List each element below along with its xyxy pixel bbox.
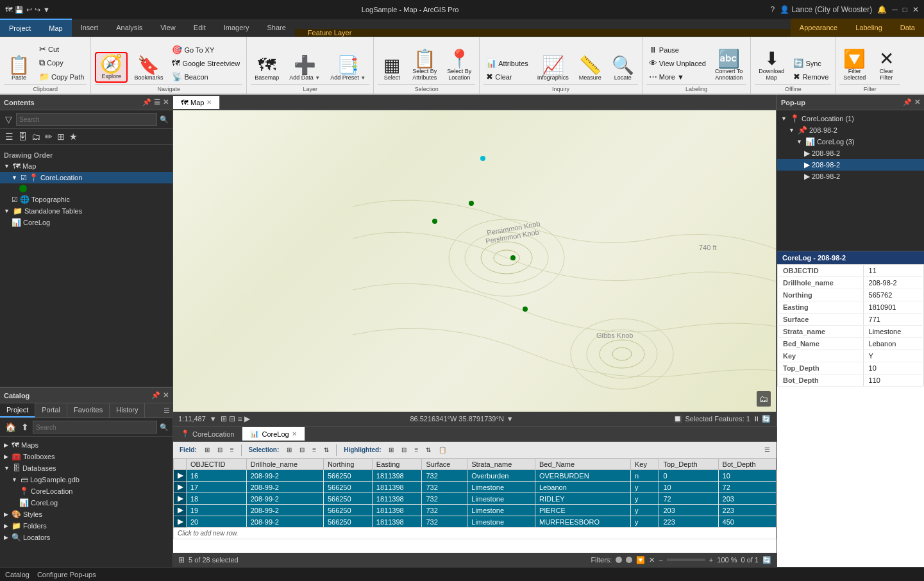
filter-contents-icon[interactable]: ▽ (4, 114, 13, 125)
filter-button[interactable]: 🔽 FilterSelected (839, 48, 869, 83)
bookmarks-button[interactable]: 🔖 Bookmarks (130, 55, 167, 83)
list-view-icon[interactable]: ☰ (4, 131, 15, 142)
bell-icon[interactable]: 🔔 (877, 5, 887, 14)
table-menu-icon[interactable]: ☰ (762, 445, 773, 455)
map-point-1[interactable] (469, 201, 474, 206)
row-selector[interactable]: ▶ (174, 516, 187, 528)
map-content[interactable]: Persimmon Knob Persimmon Knob Gibbs Knob… (173, 110, 776, 412)
measure-button[interactable]: 📏 Measure (575, 55, 605, 83)
popup-child1[interactable]: ▼ 📌 208-98-2 (777, 124, 924, 136)
configure-popups-tab[interactable]: Configure Pop-ups (37, 571, 96, 578)
add-row-cell[interactable]: Click to add new row. (174, 528, 777, 539)
quick-access-undo[interactable]: ↩ (26, 6, 32, 14)
table-grid-icon3[interactable]: ≡ (228, 445, 237, 455)
topographic-checkbox[interactable]: ☑ (12, 196, 18, 204)
table-sel-icon1[interactable]: ⊞ (284, 445, 294, 455)
th-drillhole[interactable]: Drillhole_name (246, 459, 323, 470)
catalog-styles[interactable]: ▶ 🎨 Styles (0, 509, 172, 520)
th-bed[interactable]: Bed_Name (535, 459, 630, 470)
catalog-up-icon[interactable]: ⬆ (20, 421, 30, 433)
table-hl-icon3[interactable]: ≡ (412, 445, 421, 455)
popup-root[interactable]: ▼ 📍 CoreLocation (1) (777, 113, 924, 124)
table-row[interactable]: ▶ 19 208-99-2 566250 1811398 732 Limesto… (174, 505, 777, 516)
filter-remove-icon[interactable]: ✕ (649, 556, 655, 564)
basemap-button[interactable]: 🗺 Basemap (251, 55, 283, 83)
paste-button[interactable]: 📋 Paste (4, 55, 34, 83)
table-row[interactable]: ▶ 18 208-99-2 566250 1811398 732 Limesto… (174, 493, 777, 505)
table-container[interactable]: OBJECTID Drillhole_name Northing Easting… (173, 459, 777, 553)
map-tab-map[interactable]: 🗺 Map ✕ (173, 96, 220, 109)
contents-menu-icon[interactable]: ☰ (154, 98, 160, 106)
tree-map[interactable]: ▼ 🗺 Map (0, 160, 172, 172)
catalog-pin-icon[interactable]: 📌 (151, 391, 160, 400)
coords-dropdown-icon[interactable]: ▼ (507, 415, 514, 423)
attributes-button[interactable]: 📊 Attributes (483, 57, 530, 69)
download-map-button[interactable]: ⬇ DownloadMap (755, 48, 788, 83)
cut-button[interactable]: ✂ Cut (37, 43, 87, 55)
close-button[interactable]: ✕ (912, 5, 919, 14)
table-row[interactable]: ▶ 16 208-99-2 566250 1811398 732 Overbur… (174, 470, 777, 482)
grid-icon[interactable]: ⊞ (56, 131, 66, 142)
corelocation-checkbox[interactable]: ☑ (21, 174, 27, 182)
popup-child1-1[interactable]: ▼ 📊 CoreLog (3) (777, 136, 924, 147)
th-strata[interactable]: Strata_name (467, 459, 535, 470)
catalog-search-icon[interactable]: 🔍 (160, 423, 169, 432)
popup-child1-1-3[interactable]: ▶ 208-98-2 (777, 171, 924, 182)
table-hl-icon2[interactable]: ⊟ (399, 445, 409, 455)
tab-appearance[interactable]: Appearance (791, 19, 846, 37)
quick-access-more[interactable]: ▼ (43, 6, 50, 13)
select-by-attributes-button[interactable]: 📋 Select ByAttributes (408, 48, 441, 83)
help-icon[interactable]: ? (770, 5, 775, 14)
table-hl-icon4[interactable]: ⇅ (423, 445, 433, 455)
popup-pin-icon[interactable]: 📌 (903, 98, 912, 106)
map-point-2[interactable] (480, 156, 485, 161)
tree-standalone-tables[interactable]: ▼ 📁 Standalone Tables (0, 205, 172, 217)
locate-button[interactable]: 🔍 Locate (608, 55, 638, 83)
catalog-logsample-gdb[interactable]: ▼ 🗃 LogSample.gdb (0, 474, 172, 485)
map-tab-close[interactable]: ✕ (206, 99, 212, 106)
tab-data[interactable]: Data (891, 19, 924, 37)
table-row[interactable]: ▶ 20 208-99-2 566250 1811398 732 Limesto… (174, 516, 777, 528)
table-tab-corelocation[interactable]: 📍 CoreLocation (173, 427, 242, 441)
google-streetview-button[interactable]: 🗺 Google Streetview (169, 57, 242, 69)
add-preset-button[interactable]: 📑 Add Preset ▼ (326, 55, 369, 83)
zoom-plus[interactable]: + (709, 556, 713, 564)
zoom-minus[interactable]: − (659, 556, 662, 564)
tab-edit[interactable]: Edit (185, 19, 215, 37)
layer-icon[interactable]: 🗂 (30, 131, 42, 142)
tab-insert[interactable]: Insert (72, 19, 108, 37)
catalog-databases[interactable]: ▼ 🗄 Databases (0, 462, 172, 474)
user-icon[interactable]: 👤 Lance (City of Wooster) (780, 5, 872, 14)
pause-button[interactable]: ⏸ Pause (646, 44, 709, 56)
table-sel-icon2[interactable]: ⊟ (297, 445, 307, 455)
row-selector[interactable]: ▶ (174, 505, 187, 516)
more-button[interactable]: ⋯ More ▼ (646, 71, 709, 83)
tree-corelog[interactable]: 📊 CoreLog (0, 217, 172, 228)
row-selector[interactable]: ▶ (174, 482, 187, 493)
table-row[interactable]: ▶ 17 208-99-2 566250 1811398 732 Limesto… (174, 482, 777, 493)
th-easting[interactable]: Easting (372, 459, 422, 470)
popup-child1-1-2[interactable]: ▶ 208-98-2 (777, 159, 924, 171)
th-objectid[interactable]: OBJECTID (187, 459, 247, 470)
tree-topographic[interactable]: ☑ 🌐 Topographic (0, 194, 172, 205)
catalog-folders[interactable]: ▶ 📁 Folders (0, 520, 172, 532)
clear-filter-button[interactable]: ✕ ClearFilter (872, 48, 900, 83)
minimize-button[interactable]: ─ (892, 5, 898, 14)
row-selector[interactable]: ▶ (174, 470, 187, 482)
tab-labeling[interactable]: Labeling (846, 19, 891, 37)
pencil-icon[interactable]: ✏ (44, 131, 54, 142)
table-field-btn[interactable]: Field: (177, 445, 199, 455)
copy-path-button[interactable]: 📁 Copy Path (37, 71, 87, 83)
table-grid-icon2[interactable]: ⊟ (215, 445, 225, 455)
th-surface[interactable]: Surface (422, 459, 467, 470)
tab-share[interactable]: Share (258, 19, 295, 37)
explore-button[interactable]: 🧭 Explore (95, 52, 128, 83)
th-selector[interactable] (174, 459, 187, 470)
popup-child1-1-1[interactable]: ▶ 208-98-2 (777, 147, 924, 159)
catalog-home-icon[interactable]: 🏠 (4, 421, 17, 433)
maximize-button[interactable]: □ (903, 5, 907, 14)
map-point-4[interactable] (523, 307, 528, 312)
table-refresh-icon[interactable]: 🔄 (762, 556, 771, 564)
filter-icon[interactable]: 🔽 (636, 556, 645, 564)
catalog-table-corelog[interactable]: 📊 CoreLog (0, 497, 172, 509)
